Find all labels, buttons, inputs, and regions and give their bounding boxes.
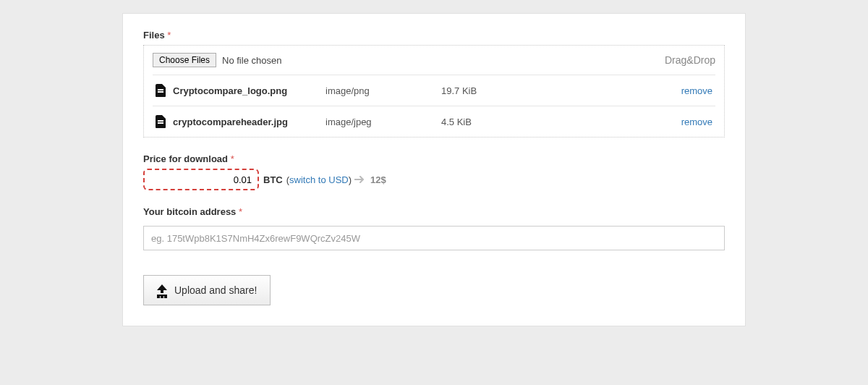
file-name-cell: cryptocompareheader.jpg xyxy=(156,115,326,128)
upload-icon xyxy=(157,284,167,296)
address-label: Your bitcoin address * xyxy=(143,206,725,217)
file-size: 19.7 KiB xyxy=(441,85,629,96)
file-type: image/png xyxy=(326,85,441,96)
drag-drop-hint: Drag&Drop xyxy=(665,54,715,66)
address-section: Your bitcoin address * xyxy=(143,206,725,250)
file-picker-row: Choose Files No file chosen Drag&Drop xyxy=(153,53,715,75)
file-row: Cryptocompare_logo.png image/png 19.7 Ki… xyxy=(153,75,715,106)
upload-share-button[interactable]: Upload and share! xyxy=(143,275,271,305)
price-input[interactable] xyxy=(143,169,259,190)
currency-label: BTC xyxy=(263,174,283,185)
file-name: cryptocompareheader.jpg xyxy=(173,117,288,127)
file-icon xyxy=(156,115,166,128)
required-asterisk: * xyxy=(239,206,242,217)
required-asterisk: * xyxy=(167,30,171,41)
arrow-right-icon xyxy=(354,176,366,183)
price-label-text: Price for download xyxy=(143,153,228,164)
price-label: Price for download * xyxy=(143,153,725,164)
file-row: cryptocompareheader.jpg image/jpeg 4.5 K… xyxy=(153,106,715,137)
remove-file-link[interactable]: remove xyxy=(681,117,712,127)
file-name-cell: Cryptocompare_logo.png xyxy=(156,84,326,97)
no-file-text: No file chosen xyxy=(222,55,281,66)
file-icon xyxy=(156,84,166,97)
files-label-text: Files xyxy=(143,30,165,41)
remove-file-link[interactable]: remove xyxy=(681,85,712,96)
price-line: BTC ( switch to USD ) 12$ xyxy=(143,169,725,190)
file-type: image/jpeg xyxy=(326,117,441,127)
file-size: 4.5 KiB xyxy=(441,117,629,127)
price-section: Price for download * BTC ( switch to USD… xyxy=(143,153,725,190)
usd-estimate: 12$ xyxy=(370,174,386,185)
address-label-text: Your bitcoin address xyxy=(143,206,236,217)
switch-currency-link[interactable]: switch to USD xyxy=(289,174,349,185)
upload-panel: Files * Choose Files No file chosen Drag… xyxy=(122,13,746,326)
file-name: Cryptocompare_logo.png xyxy=(173,85,287,96)
upload-button-label: Upload and share! xyxy=(174,284,257,296)
files-label: Files * xyxy=(143,30,725,41)
file-dropzone[interactable]: Choose Files No file chosen Drag&Drop Cr… xyxy=(143,45,725,138)
choose-files-button[interactable]: Choose Files xyxy=(153,53,216,67)
required-asterisk: * xyxy=(231,153,234,164)
close-paren: ) xyxy=(349,174,352,185)
bitcoin-address-input[interactable] xyxy=(143,226,725,250)
